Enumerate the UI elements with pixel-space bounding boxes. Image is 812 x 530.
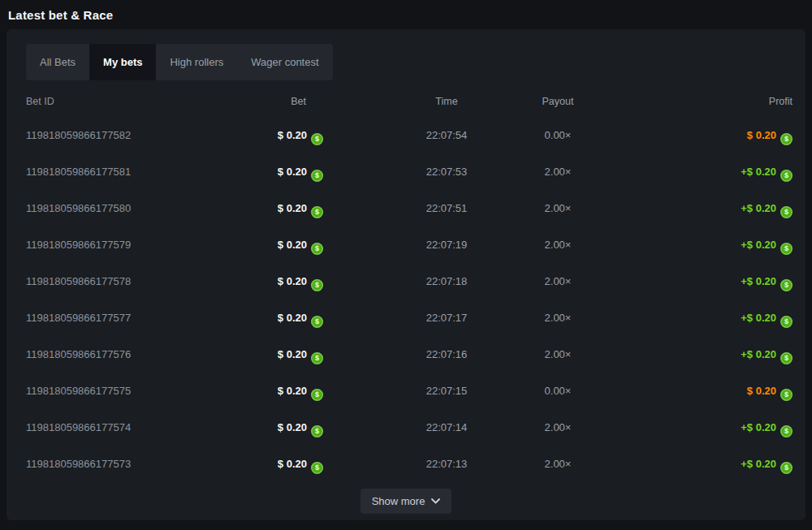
show-more-container: Show more: [19, 489, 793, 514]
bet-amount: $ 0.20$: [213, 263, 323, 299]
bet-id: 119818059866177578: [26, 263, 131, 299]
bet-id: 119818059866177580: [26, 190, 131, 226]
profit-amount-value: +$ 0.20: [741, 421, 776, 433]
profit-amount-value: +$ 0.20: [741, 275, 776, 287]
bet-id: 119818059866177579: [26, 226, 131, 263]
bet-id: 119818059866177575: [26, 373, 131, 409]
profit-amount: +$ 0.20$: [630, 190, 793, 226]
bet-amount: $ 0.20$: [213, 117, 323, 153]
profit-amount: +$ 0.20$: [630, 263, 793, 299]
bet-amount-value: $ 0.20: [278, 239, 307, 251]
table-header-row: Bet IDBetTimePayoutProfit: [19, 93, 793, 110]
latest-bets-panel: All BetsMy betsHigh rollersWager contest…: [6, 29, 806, 520]
table-row[interactable]: 119818059866177574$ 0.20$22:07:142.00×+$…: [19, 409, 793, 446]
bet-amount: $ 0.20$: [213, 299, 323, 336]
table-row[interactable]: 119818059866177576$ 0.20$22:07:162.00×+$…: [19, 336, 793, 373]
currency-coin-icon: $: [780, 279, 793, 291]
tab-wager-contest[interactable]: Wager contest: [237, 44, 332, 80]
profit-amount: +$ 0.20$: [630, 336, 793, 373]
bet-amount-value: $ 0.20: [278, 312, 307, 324]
profit-amount: $ 0.20$: [630, 373, 793, 409]
profit-amount: +$ 0.20$: [630, 299, 793, 336]
bet-amount-value: $ 0.20: [278, 458, 307, 470]
tab-high-rollers[interactable]: High rollers: [156, 44, 237, 80]
payout-multiplier: 2.00×: [481, 153, 635, 190]
bet-id: 119818059866177573: [26, 446, 131, 482]
bet-amount: $ 0.20$: [213, 226, 323, 263]
currency-coin-icon: $: [780, 133, 793, 145]
currency-coin-icon: $: [780, 243, 793, 255]
profit-amount: +$ 0.20$: [630, 153, 793, 190]
currency-coin-icon: $: [311, 425, 323, 437]
bet-id: 119818059866177582: [26, 117, 131, 153]
currency-coin-icon: $: [780, 389, 793, 401]
bet-id: 119818059866177576: [26, 336, 131, 373]
tab-my-bets[interactable]: My bets: [89, 44, 156, 80]
profit-amount-value: +$ 0.20: [741, 202, 776, 214]
currency-coin-icon: $: [311, 316, 323, 328]
bet-amount: $ 0.20$: [213, 153, 323, 190]
payout-multiplier: 0.00×: [481, 117, 635, 153]
profit-amount: +$ 0.20$: [630, 409, 793, 446]
profit-amount-value: +$ 0.20: [741, 348, 776, 360]
currency-coin-icon: $: [311, 133, 323, 145]
tab-all-bets[interactable]: All Bets: [26, 44, 89, 80]
profit-amount: +$ 0.20$: [630, 226, 793, 263]
bet-id: 119818059866177574: [26, 409, 131, 446]
table-row[interactable]: 119818059866177581$ 0.20$22:07:532.00×+$…: [19, 153, 793, 190]
chevron-down-icon: [431, 498, 440, 504]
table-row[interactable]: 119818059866177573$ 0.20$22:07:132.00×+$…: [19, 446, 793, 482]
bet-amount-value: $ 0.20: [278, 202, 307, 214]
currency-coin-icon: $: [780, 170, 793, 182]
table-row[interactable]: 119818059866177582$ 0.20$22:07:540.00×$ …: [19, 117, 793, 153]
table-body: 119818059866177582$ 0.20$22:07:540.00×$ …: [19, 117, 793, 482]
currency-coin-icon: $: [780, 316, 793, 328]
bet-amount-value: $ 0.20: [278, 348, 307, 360]
profit-amount-value: $ 0.20: [747, 129, 776, 141]
currency-coin-icon: $: [311, 389, 323, 401]
bet-id: 119818059866177581: [26, 153, 131, 190]
payout-multiplier: 2.00×: [481, 190, 635, 226]
table-row[interactable]: 119818059866177580$ 0.20$22:07:512.00×+$…: [19, 190, 793, 226]
tab-bar: All BetsMy betsHigh rollersWager contest: [26, 44, 333, 80]
bet-amount: $ 0.20$: [213, 446, 323, 482]
profit-amount-value: +$ 0.20: [741, 166, 776, 178]
bet-amount-value: $ 0.20: [278, 129, 307, 141]
show-more-label: Show more: [372, 495, 425, 507]
column-header-payout: Payout: [481, 93, 635, 110]
currency-coin-icon: $: [780, 352, 793, 364]
table-row[interactable]: 119818059866177577$ 0.20$22:07:172.00×+$…: [19, 299, 793, 336]
column-header-bet: Bet: [213, 93, 323, 110]
currency-coin-icon: $: [311, 352, 323, 364]
table-row[interactable]: 119818059866177579$ 0.20$22:07:192.00×+$…: [19, 226, 793, 263]
profit-amount: $ 0.20$: [630, 117, 793, 153]
bet-amount-value: $ 0.20: [278, 166, 307, 178]
bet-amount: $ 0.20$: [213, 336, 323, 373]
bet-amount-value: $ 0.20: [278, 275, 307, 287]
currency-coin-icon: $: [311, 279, 323, 291]
profit-amount-value: $ 0.20: [747, 385, 776, 397]
payout-multiplier: 2.00×: [481, 226, 635, 263]
bet-id: 119818059866177577: [26, 299, 131, 336]
column-header-profit: Profit: [630, 93, 793, 110]
currency-coin-icon: $: [311, 170, 323, 182]
bet-amount-value: $ 0.20: [278, 421, 307, 433]
currency-coin-icon: $: [780, 462, 793, 474]
payout-multiplier: 0.00×: [481, 373, 635, 409]
profit-amount: +$ 0.20$: [630, 446, 793, 482]
column-header-bet-id: Bet ID: [26, 93, 54, 110]
currency-coin-icon: $: [311, 243, 323, 255]
bet-amount: $ 0.20$: [213, 190, 323, 226]
payout-multiplier: 2.00×: [481, 446, 635, 482]
currency-coin-icon: $: [780, 425, 793, 437]
payout-multiplier: 2.00×: [481, 263, 635, 299]
currency-coin-icon: $: [311, 206, 323, 218]
profit-amount-value: +$ 0.20: [741, 458, 776, 470]
page-title: Latest bet & Race: [0, 0, 812, 29]
payout-multiplier: 2.00×: [481, 299, 635, 336]
table-row[interactable]: 119818059866177575$ 0.20$22:07:150.00×$ …: [19, 373, 793, 409]
show-more-button[interactable]: Show more: [361, 489, 452, 514]
currency-coin-icon: $: [311, 462, 323, 474]
bet-amount: $ 0.20$: [213, 409, 323, 446]
table-row[interactable]: 119818059866177578$ 0.20$22:07:182.00×+$…: [19, 263, 793, 299]
